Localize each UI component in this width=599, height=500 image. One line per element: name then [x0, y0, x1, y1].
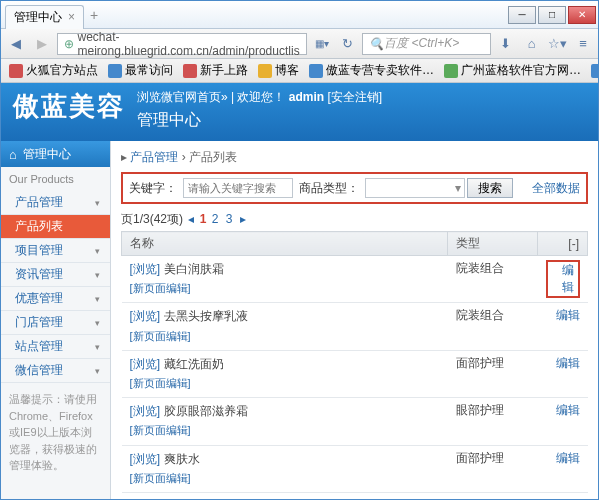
- type-label: 商品类型：: [299, 180, 359, 197]
- table-row: [浏览] 藏红洗面奶[新页面编辑]面部护理编辑: [122, 350, 588, 397]
- bookmarks-bar: 火狐官方站点 最常访问 新手上路 博客 傲蓝专营专卖软件… 广州蓝格软件官方网……: [1, 59, 598, 83]
- edit-link[interactable]: 编辑: [556, 498, 580, 499]
- bookmark-item[interactable]: 蓝格美容院管理软件…: [587, 60, 598, 81]
- crumb-current: 产品列表: [189, 150, 237, 164]
- browser-tab[interactable]: 管理中心 ×: [5, 5, 84, 29]
- chevron-down-icon[interactable]: ▾: [455, 181, 461, 195]
- col-type: 类型: [448, 232, 538, 256]
- product-name: 美白润肤霜: [164, 262, 224, 276]
- edit-newpage-link[interactable]: [新页面编辑]: [130, 330, 191, 342]
- sidebar-item-wechat-mgmt[interactable]: 微信管理▾: [1, 359, 110, 383]
- chevron-down-icon: ▾: [95, 270, 100, 280]
- chevron-down-icon: ▾: [95, 198, 100, 208]
- product-type: 面膜产品: [448, 492, 538, 499]
- page-1[interactable]: 1: [200, 212, 207, 226]
- bookmark-item[interactable]: 博客: [254, 60, 303, 81]
- window-maximize-button[interactable]: □: [538, 6, 566, 24]
- pager: 页1/3(42项) ◂ 1 2 3 ▸: [121, 208, 588, 231]
- chevron-down-icon: ▾: [95, 318, 100, 328]
- edit-newpage-link[interactable]: [新页面编辑]: [130, 282, 191, 294]
- view-site-link[interactable]: 浏览微官网首页»: [137, 90, 228, 104]
- download-icon[interactable]: ⬇: [495, 33, 517, 55]
- page-next[interactable]: ▸: [240, 212, 246, 226]
- sidebar-subtitle: Our Products: [1, 167, 110, 191]
- page-prev[interactable]: ◂: [188, 212, 194, 226]
- product-type: 院装组合: [448, 256, 538, 303]
- edit-newpage-link[interactable]: [新页面编辑]: [130, 377, 191, 389]
- keyword-input[interactable]: [183, 178, 293, 198]
- edit-newpage-link[interactable]: [新页面编辑]: [130, 472, 191, 484]
- product-name: 胶原眼部滋养霜: [164, 404, 248, 418]
- table-row: [浏览] 去黑头按摩乳液[新页面编辑]院装组合编辑: [122, 303, 588, 350]
- bookmark-item[interactable]: 新手上路: [179, 60, 252, 81]
- table-row: [浏览] 美白润肤霜[新页面编辑]院装组合编辑: [122, 256, 588, 303]
- sidebar: ⌂ 管理中心 Our Products 产品管理▾ 产品列表 项目管理▾ 资讯管…: [1, 141, 111, 499]
- bookmark-item[interactable]: 广州蓝格软件官方网…: [440, 60, 585, 81]
- sidebar-item-product-list[interactable]: 产品列表: [1, 215, 110, 239]
- sidebar-item-store-mgmt[interactable]: 门店管理▾: [1, 311, 110, 335]
- chevron-down-icon: ▾: [95, 366, 100, 376]
- bookmark-item[interactable]: 火狐官方站点: [5, 60, 102, 81]
- bookmark-icon: [108, 64, 122, 78]
- sidebar-item-product-mgmt[interactable]: 产品管理▾: [1, 191, 110, 215]
- view-link[interactable]: [浏览]: [130, 262, 161, 276]
- home-icon: ⌂: [9, 147, 17, 162]
- search-box[interactable]: 🔍 百度 <Ctrl+K>: [362, 33, 491, 55]
- edit-link[interactable]: 编辑: [556, 451, 580, 465]
- current-user: admin: [289, 90, 324, 104]
- edit-link[interactable]: 编辑: [546, 280, 580, 294]
- edit-newpage-link[interactable]: [新页面编辑]: [130, 424, 191, 436]
- brand-logo: 傲蓝美容: [13, 89, 125, 135]
- all-data-link[interactable]: 全部数据: [532, 180, 580, 197]
- address-bar[interactable]: ⊕ wechat-meirong.bluegrid.com.cn/admin/p…: [57, 33, 307, 55]
- view-link[interactable]: [浏览]: [130, 404, 161, 418]
- view-link[interactable]: [浏览]: [130, 309, 161, 323]
- reload-icon[interactable]: ↻: [336, 33, 358, 55]
- sidebar-item-news-mgmt[interactable]: 资讯管理▾: [1, 263, 110, 287]
- sidebar-item-project-mgmt[interactable]: 项目管理▾: [1, 239, 110, 263]
- search-icon: 🔍: [369, 37, 384, 51]
- new-tab-icon[interactable]: +: [90, 7, 98, 23]
- page-2[interactable]: 2: [212, 212, 219, 226]
- table-row: [浏览] 爽肤水[新页面编辑]面部护理编辑: [122, 445, 588, 492]
- folder-icon: ▸: [121, 150, 127, 164]
- search-button[interactable]: 搜索: [467, 178, 513, 198]
- hamburger-icon[interactable]: ≡: [572, 33, 594, 55]
- menu-icon[interactable]: ▦▾: [311, 33, 333, 55]
- sidebar-tip: 温馨提示：请使用Chrome、Firefox或IE9以上版本浏览器，获得极速的管…: [1, 383, 110, 482]
- header-title: 管理中心: [137, 110, 382, 131]
- product-table: 名称 类型 [-] [浏览] 美白润肤霜[新页面编辑]院装组合编辑[浏览] 去黑…: [121, 231, 588, 499]
- edit-link[interactable]: 编辑: [556, 403, 580, 417]
- type-select[interactable]: [365, 178, 465, 198]
- view-link[interactable]: [浏览]: [130, 357, 161, 371]
- bookmark-icon: [309, 64, 323, 78]
- window-minimize-button[interactable]: ─: [508, 6, 536, 24]
- sidebar-item-site-mgmt[interactable]: 站点管理▾: [1, 335, 110, 359]
- page-3[interactable]: 3: [226, 212, 233, 226]
- sidebar-item-promo-mgmt[interactable]: 优惠管理▾: [1, 287, 110, 311]
- window-close-button[interactable]: ✕: [568, 6, 596, 24]
- bookmark-icon: [9, 64, 23, 78]
- bookmark-item[interactable]: 傲蓝专营专卖软件…: [305, 60, 438, 81]
- bookmark-item[interactable]: 最常访问: [104, 60, 177, 81]
- bookmark-star-icon[interactable]: ☆▾: [546, 33, 568, 55]
- keyword-label: 关键字：: [129, 180, 177, 197]
- filter-bar: 关键字： 商品类型： ▾ 搜索 全部数据: [121, 172, 588, 204]
- product-name: 藏红洗面奶: [164, 357, 224, 371]
- edit-link[interactable]: 编辑: [556, 308, 580, 322]
- col-op[interactable]: [-]: [538, 232, 588, 256]
- crumb-parent[interactable]: 产品管理: [130, 150, 178, 164]
- home-icon[interactable]: ⌂: [521, 33, 543, 55]
- nav-back-icon[interactable]: ◀: [5, 33, 27, 55]
- logout-link[interactable]: [安全注销]: [328, 90, 383, 104]
- tab-close-icon[interactable]: ×: [68, 10, 75, 24]
- globe-icon: ⊕: [64, 37, 74, 51]
- bookmark-icon: [183, 64, 197, 78]
- chevron-down-icon: ▾: [95, 294, 100, 304]
- nav-forward-icon: ▶: [31, 33, 53, 55]
- chevron-down-icon: ▾: [95, 246, 100, 256]
- view-link[interactable]: [浏览]: [130, 452, 161, 466]
- edit-link[interactable]: 编辑: [556, 356, 580, 370]
- product-type: 面部护理: [448, 445, 538, 492]
- bookmark-icon: [591, 64, 598, 78]
